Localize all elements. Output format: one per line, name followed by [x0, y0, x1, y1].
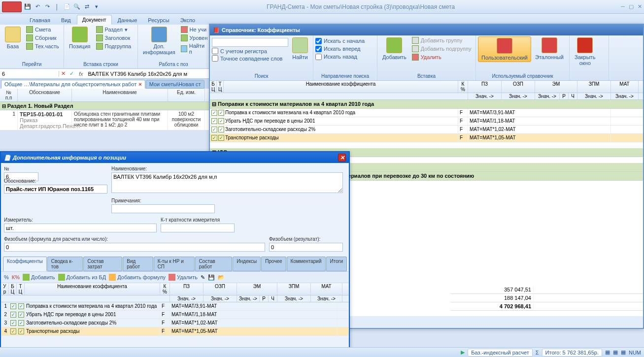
kpercent-icon[interactable]: К%	[12, 274, 20, 280]
case-checkbox[interactable]	[212, 48, 218, 54]
tab-view[interactable]: Вид	[56, 16, 76, 25]
ref-row[interactable]: ✓✓Убрать НДС при переводе в цены 2001FМА…	[210, 117, 643, 126]
ref-row[interactable]: ✓✓Заготовительно-складские расходы 2%FМА…	[210, 126, 643, 134]
kt-input[interactable]	[161, 224, 235, 232]
app-logo-icon[interactable]	[2, 1, 22, 12]
ref-row[interactable]: ✓✓Поправка к стоимости матезиала на 4 кв…	[210, 109, 643, 117]
more-icon[interactable]: ▾	[93, 3, 101, 11]
redo-icon[interactable]: ↷	[43, 3, 51, 11]
tab-resources[interactable]: Ресурсы	[143, 16, 174, 25]
position-button[interactable]: Позиция	[66, 26, 94, 50]
delete-button[interactable]: Удалить	[410, 53, 473, 61]
status-icon-1[interactable]: ▦	[605, 349, 610, 356]
maximize-icon[interactable]: ▢	[629, 3, 634, 10]
dlg-row[interactable]: 2✓✓Убрать НДС при переводе в цены 2001FМ…	[1, 311, 349, 319]
search-input[interactable]	[212, 38, 288, 47]
binoculars-icon	[292, 37, 308, 53]
book-user-icon	[497, 38, 512, 54]
window-title: ГРАНД-Смета - Мои сметы\Новая стройка (3…	[101, 3, 621, 10]
fiz-input[interactable]	[4, 243, 265, 252]
tab-document[interactable]: Документ	[77, 15, 112, 25]
dlg-tab-coef[interactable]: Коэффициенты	[3, 257, 47, 271]
name-input[interactable]: ВАЛТЕК VT396 Калибр 16x20x26 для м,п	[111, 172, 343, 193]
ref-etalon-button[interactable]: Эталонный	[532, 36, 567, 61]
tech-button[interactable]: Тех.часть	[25, 42, 61, 50]
total: Итого: 5 762 381,65р.	[542, 349, 602, 357]
fizr-input[interactable]	[269, 243, 343, 252]
search-fwd-checkbox[interactable]	[315, 46, 322, 52]
sigma-icon: Σ	[536, 350, 539, 356]
dlg-close-icon[interactable]: ✕	[338, 154, 346, 162]
osn-input[interactable]	[4, 185, 107, 194]
search-start-checkbox[interactable]	[315, 38, 322, 44]
close-tab-icon[interactable]: ×	[138, 81, 141, 87]
tab-export[interactable]: Экспо	[175, 16, 200, 25]
close-ref-button[interactable]: Закрыть окно	[572, 36, 598, 67]
add-formula-button[interactable]: Добавить формулу	[109, 274, 166, 281]
add-button[interactable]: Добавить	[23, 274, 55, 281]
delete-button[interactable]: Удалить	[169, 274, 198, 281]
find-icon[interactable]: 🔍	[73, 3, 81, 11]
izm-input[interactable]	[4, 224, 157, 232]
subgroup-button[interactable]: Подгруппа	[95, 42, 133, 50]
info-icon	[151, 27, 167, 42]
dlg-toolbar: % К% Добавить Добавить из БД Добавить фо…	[1, 271, 349, 283]
search-back-checkbox[interactable]	[315, 54, 322, 60]
info-button[interactable]: Доп. информация	[140, 26, 178, 56]
book-etalon-icon	[542, 37, 557, 53]
add-group-button: Добавить группу	[410, 36, 473, 44]
noteach-button[interactable]: Не учи	[179, 26, 209, 33]
exact-checkbox[interactable]	[212, 55, 218, 62]
sheet-tab-2[interactable]: Мои сметы\Новая ст	[146, 80, 204, 89]
replace-icon[interactable]: ⇄	[83, 3, 91, 11]
dlg-row[interactable]: 4✓✓Транспортные расходыFМАТ=МАТ*1,05-МАТ	[1, 327, 349, 336]
ref-row[interactable]: ✓✓Транспортные расходыFМАТ=МАТ*1,05-МАТ	[210, 134, 643, 142]
base-button[interactable]: База	[2, 26, 24, 50]
smeta-button[interactable]: Смета	[25, 26, 61, 33]
close-icon[interactable]: ✕	[638, 3, 642, 10]
save-icon[interactable]: 💾	[208, 274, 215, 281]
prim-input[interactable]	[111, 204, 215, 213]
add-subgroup-button: Добавить подгруппу	[410, 45, 473, 53]
dlg-title: 📄Дополнительная информация о позиции✕	[1, 152, 349, 163]
edit-icon[interactable]: ✎	[201, 274, 205, 281]
ref-group-row[interactable]: ⊟ Поправки к стоимости материалов на 4 к…	[210, 100, 643, 109]
flag-icon[interactable]: ▶	[461, 349, 465, 356]
save-icon[interactable]: 💾	[24, 3, 32, 11]
section-button[interactable]: Раздел ▾	[95, 26, 133, 33]
tab-data[interactable]: Данные	[113, 16, 142, 25]
cell-ref[interactable]: 6	[0, 71, 59, 77]
header-button[interactable]: Заголовок	[95, 34, 133, 42]
tab-main[interactable]: Главная	[25, 16, 55, 25]
folder-icon[interactable]: 📂	[218, 274, 225, 281]
status-icon-3[interactable]: ▦	[621, 349, 626, 356]
status-bar: ▶ Баз.-индексный расчет Σ Итого: 5 762 3…	[0, 347, 644, 357]
plus-icon	[386, 37, 402, 53]
add-db-button[interactable]: Добавить из БД	[58, 274, 106, 281]
search-button[interactable]: Найти	[289, 36, 311, 61]
group-caption: Перейти	[2, 61, 62, 67]
dlg-tabs: Коэффициенты Сводка к-тов Состав затрат …	[1, 257, 349, 271]
status-icon-2[interactable]: ▦	[613, 349, 618, 356]
sheet-tab-1[interactable]: Общие …\Материалы для общестроительных р…	[1, 80, 145, 89]
sep: │	[53, 3, 61, 11]
dlg-row[interactable]: 1✓✓Поправка к стоимости материала на 4 к…	[1, 302, 349, 311]
dlg-row[interactable]: 3✓✓Заготовительно-складские расходы 2%FМ…	[1, 319, 349, 327]
close-x-icon	[577, 37, 593, 53]
copy-icon[interactable]: 📄	[63, 3, 71, 11]
level-button[interactable]: Уровен	[179, 34, 209, 42]
undo-icon[interactable]: ↶	[34, 3, 41, 11]
fx-icon[interactable]: fx	[76, 71, 86, 77]
add-button[interactable]: Добавить	[379, 36, 409, 61]
accept-icon[interactable]: ✓	[68, 70, 76, 77]
user-ref-button[interactable]: Пользовательский	[478, 36, 531, 62]
find-button[interactable]: Найти п	[179, 42, 209, 55]
position-info-dialog: 📄Дополнительная информация о позиции✕ № …	[0, 151, 350, 348]
cancel-icon[interactable]: ✕	[59, 70, 68, 77]
sbornik-button[interactable]: Сборник	[25, 34, 61, 42]
database-icon	[5, 27, 21, 42]
calc-mode[interactable]: Баз.-индексный расчет	[468, 349, 532, 357]
minimize-icon[interactable]: ─	[621, 3, 625, 10]
percent-icon[interactable]: %	[4, 274, 9, 280]
ribbon-tabs: Главная Вид Документ Данные Ресурсы Эксп…	[0, 14, 644, 25]
